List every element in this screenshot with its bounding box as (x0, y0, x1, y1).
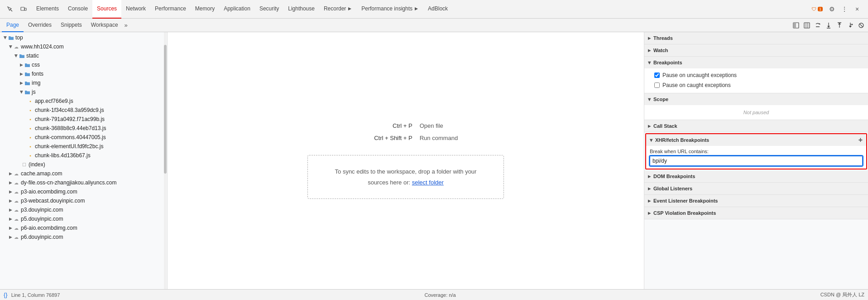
scope-content: Not paused (644, 105, 868, 120)
tab-perf-insights[interactable]: Performance insights (357, 0, 423, 19)
threads-header[interactable]: ▶ Threads (644, 32, 868, 44)
csp-violation-section: ▶ CSP Violation Breakpoints (644, 207, 868, 219)
breakpoints-header[interactable]: ▶ Breakpoints (644, 57, 868, 68)
tab-recorder[interactable]: Recorder (319, 0, 357, 19)
center-panel: Ctrl + P Open file Ctrl + Shift + P Run … (168, 32, 644, 289)
js-file-icon: ▪ (27, 116, 34, 122)
tree-fonts[interactable]: ▶ fonts (0, 69, 167, 78)
js-file-icon: ▪ (27, 125, 34, 131)
step-over-icon[interactable] (813, 20, 823, 30)
right-panel: ▶ Threads ▶ Watch ▶ Breakpoints Pause on… (644, 32, 868, 289)
svg-marker-17 (849, 26, 852, 28)
js-file-icon: ▪ (27, 134, 34, 140)
tree-file-app[interactable]: ▪ app.ecf766e9.js (0, 97, 167, 106)
svg-marker-11 (827, 26, 830, 28)
tab-security[interactable]: Security (255, 0, 283, 19)
svg-line-0 (10, 10, 13, 12)
cloud-icon: ☁ (13, 179, 19, 186)
triangle-icon: ▶ (647, 98, 652, 101)
triangle-icon: ▶ (649, 139, 653, 141)
tree-js[interactable]: ▶ js (0, 87, 167, 97)
dock-icon[interactable] (791, 20, 801, 30)
tree-top[interactable]: ▶ top (0, 33, 167, 42)
tree-cache-amap[interactable]: ▶ ☁ cache.amap.com (0, 169, 167, 178)
tab-adblock[interactable]: AdBlock (423, 0, 452, 19)
tab-workspace[interactable]: Workspace (86, 19, 123, 32)
tree-file-chunk2[interactable]: ▪ chunk-791a0492.f71ac99b.js (0, 115, 167, 124)
tree-www[interactable]: ▶ ☁ www.hh1024.com (0, 42, 167, 51)
tab-page[interactable]: Page (2, 19, 24, 32)
event-listener-breakpoints-section: ▶ Event Listener Breakpoints (644, 195, 868, 207)
tab-memory[interactable]: Memory (191, 0, 219, 19)
tree-static[interactable]: ▶ static (0, 51, 167, 60)
tree-file-chunk3[interactable]: ▪ chunk-3688b8c9.44eb7d13.js (0, 124, 167, 133)
event-listener-header[interactable]: ▶ Event Listener Breakpoints (644, 195, 868, 207)
tree-p6-douyin[interactable]: ▶ ☁ p6.douyinpic.com (0, 232, 167, 242)
scrollbar-thumb[interactable] (164, 45, 167, 174)
triangle-icon: ▶ (9, 189, 12, 194)
tab-console[interactable]: Console (63, 0, 92, 19)
inspect-icon[interactable] (5, 4, 15, 15)
step-out-icon[interactable] (834, 20, 844, 30)
tree-p3-aio[interactable]: ▶ ☁ p3-aio.ecombdimg.com (0, 187, 167, 196)
xhr-url-input[interactable] (650, 156, 863, 166)
tab-overrides[interactable]: Overrides (24, 19, 56, 32)
coverage-status: Coverage: n/a (63, 292, 816, 298)
tree-file-chunk-commons[interactable]: ▪ chunk-commons.40447005.js (0, 133, 167, 142)
scrollbar-track[interactable] (164, 32, 167, 289)
tree-index[interactable]: ☐ (index) (0, 160, 167, 169)
tree-p3-webcast[interactable]: ▶ ☁ p3-webcast.douyinpic.com (0, 196, 167, 205)
tab-snippets[interactable]: Snippets (56, 19, 86, 32)
threads-section: ▶ Threads (644, 32, 868, 44)
tree-file-chunk1[interactable]: ▪ chunk-1f34cc48.3a959dc9.js (0, 106, 167, 115)
tab-lighthouse[interactable]: Lighthouse (283, 0, 319, 19)
adblock-badge-icon[interactable]: 🛡 1 (810, 4, 825, 15)
pause-caught-checkbox[interactable] (654, 82, 660, 88)
tree-file-chunk-libs[interactable]: ▪ chunk-libs.4d136b67.js (0, 151, 167, 160)
workspace-drop-area[interactable]: To sync edits to the workspace, drop a f… (307, 155, 504, 199)
cloud-icon: ☁ (13, 216, 19, 222)
more-tabs-btn[interactable]: » (123, 22, 129, 29)
add-xhr-breakpoint-btn[interactable]: + (858, 136, 863, 144)
cloud-icon: ☁ (13, 234, 19, 240)
xhr-header[interactable]: ▶ XHR/fetch Breakpoints + (646, 134, 866, 146)
settings-icon[interactable]: ⚙ (826, 4, 837, 15)
triangle-icon: ▶ (9, 171, 12, 176)
topbar-right-controls: 🛡 1 ⚙ ⋮ × (810, 4, 866, 15)
callstack-header[interactable]: ▶ Call Stack (644, 120, 868, 132)
step-icon[interactable] (845, 20, 855, 30)
tree-css[interactable]: ▶ css (0, 60, 167, 69)
tree-p3-douyin[interactable]: ▶ ☁ p3.douyinpic.com (0, 205, 167, 214)
columns-icon[interactable] (802, 20, 812, 30)
file-tree-panel: ▶ top ▶ ☁ www.hh1024.com ▶ stati (0, 32, 168, 289)
deactivate-icon[interactable] (856, 20, 866, 30)
cloud-icon: ☁ (13, 44, 19, 50)
scope-header[interactable]: ▶ Scope (644, 93, 868, 105)
select-folder-link[interactable]: select folder (412, 179, 444, 186)
svg-line-21 (860, 24, 863, 27)
more-options-icon[interactable]: ⋮ (839, 4, 850, 15)
tab-application[interactable]: Application (219, 0, 255, 19)
watch-header[interactable]: ▶ Watch (644, 44, 868, 56)
svg-rect-5 (804, 23, 810, 28)
tree-dy-file[interactable]: ▶ ☁ dy-file.oss-cn-zhangjiakou.aliyuncs.… (0, 178, 167, 187)
tab-elements[interactable]: Elements (32, 0, 63, 19)
pause-uncaught-checkbox[interactable] (654, 73, 660, 78)
step-into-icon[interactable] (824, 20, 834, 30)
close-icon[interactable]: × (852, 4, 863, 15)
csp-header[interactable]: ▶ CSP Violation Breakpoints (644, 207, 868, 219)
tree-img[interactable]: ▶ img (0, 78, 167, 87)
file-blank-icon: ☐ (21, 161, 27, 168)
global-listeners-header[interactable]: ▶ Global Listeners (644, 183, 868, 194)
tree-file-chunk-elementui[interactable]: ▪ chunk-elementUI.fd9fc2bc.js (0, 142, 167, 151)
tab-network[interactable]: Network (121, 0, 150, 19)
tree-p6-aio[interactable]: ▶ ☁ p6-aio.ecombdimg.com (0, 223, 167, 232)
tab-performance[interactable]: Performance (150, 0, 191, 19)
tree-p5-douyin[interactable]: ▶ ☁ p5.douyinpic.com (0, 214, 167, 223)
cloud-icon: ☁ (13, 170, 19, 177)
triangle-icon: ▶ (648, 36, 651, 40)
pause-uncaught-row: Pause on uncaught exceptions (654, 70, 864, 80)
device-toggle-icon[interactable] (18, 4, 29, 15)
tab-sources[interactable]: Sources (92, 0, 121, 19)
dom-header[interactable]: ▶ DOM Breakpoints (644, 170, 868, 182)
